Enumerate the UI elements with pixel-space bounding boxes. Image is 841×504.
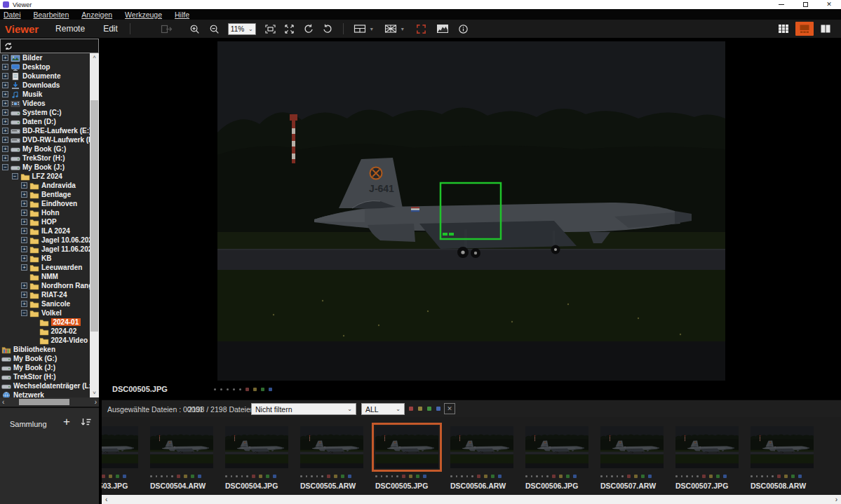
color-label-dot[interactable] bbox=[552, 475, 556, 478]
color-label-dot[interactable] bbox=[648, 475, 652, 478]
rating-dot[interactable] bbox=[675, 475, 678, 477]
rating-dot[interactable] bbox=[471, 475, 473, 477]
tree-item-kb[interactable]: +KB bbox=[0, 254, 90, 263]
compare-grid-icon[interactable] bbox=[382, 22, 399, 36]
collapse-icon[interactable]: − bbox=[2, 164, 8, 170]
fit-window-icon[interactable] bbox=[262, 22, 279, 36]
rating-dot[interactable] bbox=[300, 475, 302, 477]
expand-icon[interactable]: + bbox=[2, 91, 8, 97]
rating-dot[interactable] bbox=[541, 475, 544, 477]
expand-icon[interactable]: + bbox=[21, 182, 27, 189]
scroll-down-icon[interactable]: ˅ bbox=[90, 389, 99, 397]
color-label-dot[interactable] bbox=[423, 475, 426, 478]
tree-item-2024-01[interactable]: 2024-01 bbox=[0, 318, 90, 327]
tree-item-trekstor-h[interactable]: +TrekStor (H:) bbox=[0, 154, 90, 163]
color-label-dot[interactable] bbox=[777, 475, 781, 478]
tree-item-ila-2024[interactable]: +ILA 2024 bbox=[0, 226, 90, 236]
color-label-dot[interactable] bbox=[327, 475, 330, 478]
expand-icon[interactable]: + bbox=[21, 210, 27, 216]
expand-icon[interactable]: + bbox=[2, 128, 8, 134]
rating-dot[interactable] bbox=[239, 388, 241, 390]
tree-item-downloads[interactable]: +Downloads bbox=[0, 81, 90, 90]
rating-dot[interactable] bbox=[166, 475, 168, 477]
rating-dot[interactable] bbox=[231, 475, 233, 477]
tree-item-my-book-j[interactable]: −My Book (J:) bbox=[0, 163, 90, 172]
rating-dot[interactable] bbox=[171, 475, 173, 477]
info-icon[interactable] bbox=[455, 22, 472, 36]
color-label-dot[interactable] bbox=[252, 475, 255, 478]
label-color-filters[interactable] bbox=[409, 407, 440, 411]
tree-item-dvd-rw-laufwerk-f[interactable]: +DVD-RW-Laufwerk (F:) bbox=[0, 135, 90, 144]
expand-icon[interactable]: + bbox=[21, 301, 27, 307]
tree-vertical-scrollbar[interactable]: ˄ ˅ bbox=[90, 53, 99, 397]
rating-dot[interactable] bbox=[150, 475, 152, 477]
tree-horizontal-scrollbar[interactable]: ‹ › bbox=[0, 397, 99, 407]
color-label-dot[interactable] bbox=[253, 388, 257, 391]
rating-dot[interactable] bbox=[227, 388, 229, 390]
export-icon[interactable] bbox=[159, 22, 175, 36]
expand-icon[interactable]: + bbox=[2, 100, 8, 107]
color-label-dot[interactable] bbox=[634, 475, 638, 478]
expand-icon[interactable]: + bbox=[2, 109, 8, 116]
color-label-dot[interactable] bbox=[498, 475, 502, 478]
rating-dot[interactable] bbox=[767, 475, 769, 477]
filmstrip-scrollbar[interactable]: ‹ › bbox=[102, 495, 841, 504]
expand-icon[interactable]: + bbox=[2, 73, 8, 79]
tree-item-bd-re-laufwerk-e[interactable]: +BD-RE-Laufwerk (E:) bbox=[0, 126, 90, 135]
expand-icon[interactable]: + bbox=[2, 137, 8, 143]
view-grid-button[interactable] bbox=[774, 22, 793, 36]
rating-dot[interactable] bbox=[617, 475, 619, 477]
menu-werkzeuge[interactable]: Werkzeuge bbox=[125, 11, 168, 19]
thumbnail-dsc00506-jpg[interactable]: DSC00506.JPG bbox=[525, 426, 588, 495]
rating-dot[interactable] bbox=[697, 475, 699, 477]
tree-item-my-book-j[interactable]: My Book (J:) bbox=[0, 363, 90, 372]
color-label-dot[interactable] bbox=[266, 475, 269, 478]
tree-item-hohn[interactable]: +Hohn bbox=[0, 208, 90, 217]
menu-hilfe[interactable]: Hilfe bbox=[175, 11, 196, 19]
color-label-dot[interactable] bbox=[177, 475, 180, 478]
maximize-button[interactable] bbox=[793, 0, 817, 9]
tree-item-2024-02[interactable]: 2024-02 bbox=[0, 327, 90, 336]
scroll-left-icon[interactable]: ‹ bbox=[102, 495, 111, 504]
color-label-dot[interactable] bbox=[798, 475, 802, 478]
tree-item-jagel-10-06-2024[interactable]: +Jagel 10.06.2024 bbox=[0, 236, 90, 245]
tree-item-daten-d[interactable]: +Daten (D:) bbox=[0, 117, 90, 126]
color-label-dot[interactable] bbox=[573, 475, 577, 478]
menu-anzeigen[interactable]: Anzeigen bbox=[81, 11, 119, 19]
rating-dot[interactable] bbox=[761, 475, 763, 477]
tree-item-wechseldatentr-ger-l[interactable]: Wechseldatenträger (L:) bbox=[0, 381, 90, 390]
rating-dot[interactable] bbox=[466, 475, 469, 477]
rating-dot[interactable] bbox=[531, 475, 533, 477]
rating-dot[interactable] bbox=[546, 475, 549, 477]
rating-dot[interactable] bbox=[751, 475, 753, 477]
color-label-dot[interactable] bbox=[491, 475, 494, 478]
color-label-dot[interactable] bbox=[409, 475, 412, 478]
color-label-dot[interactable] bbox=[116, 475, 119, 478]
rotate-left-icon[interactable] bbox=[300, 22, 317, 36]
rating-dot[interactable] bbox=[214, 388, 216, 390]
color-label-dot[interactable] bbox=[418, 407, 422, 411]
clear-filter-button[interactable]: ✕ bbox=[444, 403, 455, 414]
rating-dot[interactable] bbox=[600, 475, 603, 477]
color-label-dot[interactable] bbox=[409, 407, 413, 411]
fullscreen-icon[interactable] bbox=[413, 22, 430, 36]
rating-dot[interactable] bbox=[606, 475, 608, 477]
compare-grid-dropdown-icon[interactable]: ▾ bbox=[399, 26, 406, 32]
rating-row[interactable] bbox=[214, 388, 272, 391]
refresh-button[interactable] bbox=[0, 39, 99, 53]
thumbnail-dsc00507-jpg[interactable]: DSC00507.JPG bbox=[675, 426, 739, 495]
zoom-level-select[interactable]: 11% ⌄ bbox=[228, 23, 256, 35]
color-label-dot[interactable] bbox=[334, 475, 337, 478]
rating-dot[interactable] bbox=[246, 475, 248, 477]
expand-icon[interactable]: + bbox=[21, 264, 27, 271]
rating-dot[interactable] bbox=[756, 475, 758, 477]
expand-icon[interactable]: + bbox=[2, 64, 8, 70]
color-label-dot[interactable] bbox=[261, 388, 264, 391]
thumbnail-dsc00503-jpg[interactable]: DSC00503.JPG bbox=[102, 426, 138, 495]
tree-item-hop[interactable]: +HOP bbox=[0, 217, 90, 226]
expand-icon[interactable]: + bbox=[2, 118, 8, 125]
tree-item-eindhoven[interactable]: +Eindhoven bbox=[0, 199, 90, 208]
color-label-dot[interactable] bbox=[184, 475, 187, 478]
tree-item-netzwerk[interactable]: Netzwerk bbox=[0, 390, 90, 397]
color-label-dot[interactable] bbox=[402, 475, 405, 478]
